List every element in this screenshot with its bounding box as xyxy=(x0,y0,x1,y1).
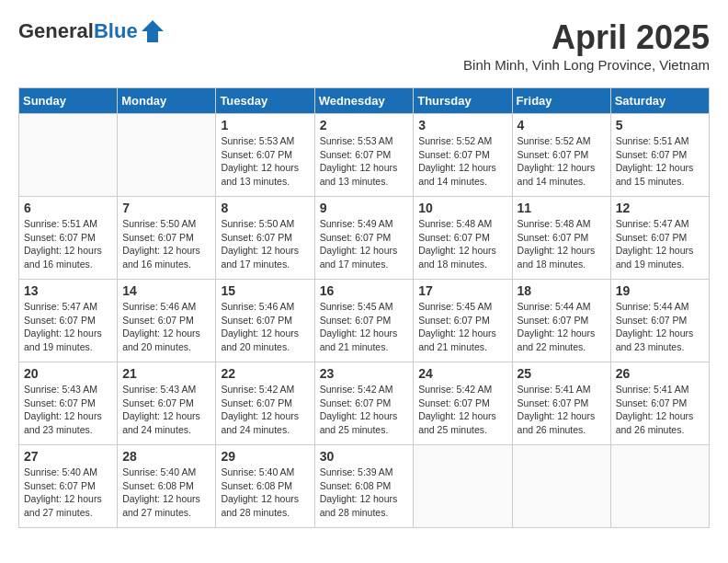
day-info: Sunrise: 5:42 AM Sunset: 6:07 PM Dayligh… xyxy=(221,383,309,437)
day-info: Sunrise: 5:52 AM Sunset: 6:07 PM Dayligh… xyxy=(418,134,506,189)
calendar-cell: 4Sunrise: 5:52 AM Sunset: 6:07 PM Daylig… xyxy=(512,114,610,197)
day-info: Sunrise: 5:46 AM Sunset: 6:07 PM Dayligh… xyxy=(221,300,309,354)
day-info: Sunrise: 5:49 AM Sunset: 6:07 PM Dayligh… xyxy=(320,217,409,271)
day-of-week-header: Sunday xyxy=(19,88,118,114)
day-number: 27 xyxy=(24,449,112,464)
day-of-week-header: Monday xyxy=(118,88,216,114)
day-number: 10 xyxy=(418,201,506,215)
calendar-cell: 14Sunrise: 5:46 AM Sunset: 6:07 PM Dayli… xyxy=(118,280,216,362)
day-info: Sunrise: 5:53 AM Sunset: 6:07 PM Dayligh… xyxy=(320,134,409,189)
calendar-week-row: 20Sunrise: 5:43 AM Sunset: 6:07 PM Dayli… xyxy=(19,362,710,445)
day-number: 29 xyxy=(221,449,309,464)
day-number: 21 xyxy=(122,366,210,381)
calendar-cell: 3Sunrise: 5:52 AM Sunset: 6:07 PM Daylig… xyxy=(414,114,512,197)
calendar-cell: 28Sunrise: 5:40 AM Sunset: 6:08 PM Dayli… xyxy=(118,445,216,528)
day-info: Sunrise: 5:51 AM Sunset: 6:07 PM Dayligh… xyxy=(616,134,704,189)
calendar-cell xyxy=(610,445,709,528)
calendar-cell: 18Sunrise: 5:44 AM Sunset: 6:07 PM Dayli… xyxy=(512,280,610,362)
day-info: Sunrise: 5:50 AM Sunset: 6:07 PM Dayligh… xyxy=(122,217,210,271)
logo: GeneralBlue xyxy=(18,18,165,44)
day-info: Sunrise: 5:41 AM Sunset: 6:07 PM Dayligh… xyxy=(518,383,606,437)
calendar-cell: 22Sunrise: 5:42 AM Sunset: 6:07 PM Dayli… xyxy=(216,362,314,445)
day-info: Sunrise: 5:46 AM Sunset: 6:07 PM Dayligh… xyxy=(122,300,210,354)
day-number: 26 xyxy=(616,366,704,381)
day-number: 19 xyxy=(616,283,704,298)
day-of-week-header: Wednesday xyxy=(314,88,414,114)
day-info: Sunrise: 5:50 AM Sunset: 6:07 PM Dayligh… xyxy=(221,217,309,271)
day-number: 6 xyxy=(24,201,112,215)
logo-blue: Blue xyxy=(94,19,138,42)
calendar-cell xyxy=(19,114,118,197)
day-info: Sunrise: 5:41 AM Sunset: 6:07 PM Dayligh… xyxy=(616,383,704,437)
day-info: Sunrise: 5:42 AM Sunset: 6:07 PM Dayligh… xyxy=(418,383,506,437)
calendar-cell: 13Sunrise: 5:47 AM Sunset: 6:07 PM Dayli… xyxy=(19,280,118,362)
calendar-cell: 25Sunrise: 5:41 AM Sunset: 6:07 PM Dayli… xyxy=(512,362,610,445)
day-info: Sunrise: 5:51 AM Sunset: 6:07 PM Dayligh… xyxy=(24,217,112,271)
day-number: 7 xyxy=(122,201,210,215)
day-number: 17 xyxy=(418,283,506,298)
calendar-cell: 11Sunrise: 5:48 AM Sunset: 6:07 PM Dayli… xyxy=(512,197,610,280)
svg-marker-0 xyxy=(142,20,164,42)
calendar-cell xyxy=(512,445,610,528)
day-info: Sunrise: 5:48 AM Sunset: 6:07 PM Dayligh… xyxy=(418,217,506,271)
day-number: 5 xyxy=(616,118,704,132)
day-number: 4 xyxy=(518,118,606,132)
calendar-cell: 20Sunrise: 5:43 AM Sunset: 6:07 PM Dayli… xyxy=(19,362,118,445)
calendar-cell: 12Sunrise: 5:47 AM Sunset: 6:07 PM Dayli… xyxy=(610,197,709,280)
calendar-cell: 29Sunrise: 5:40 AM Sunset: 6:08 PM Dayli… xyxy=(216,445,314,528)
day-number: 20 xyxy=(24,366,112,381)
day-number: 1 xyxy=(221,118,309,132)
day-number: 30 xyxy=(320,449,409,464)
calendar-cell: 9Sunrise: 5:49 AM Sunset: 6:07 PM Daylig… xyxy=(314,197,414,280)
calendar-cell: 30Sunrise: 5:39 AM Sunset: 6:08 PM Dayli… xyxy=(314,445,414,528)
calendar-week-row: 6Sunrise: 5:51 AM Sunset: 6:07 PM Daylig… xyxy=(19,197,710,280)
day-info: Sunrise: 5:42 AM Sunset: 6:07 PM Dayligh… xyxy=(320,383,409,437)
calendar-cell: 27Sunrise: 5:40 AM Sunset: 6:07 PM Dayli… xyxy=(19,445,118,528)
calendar-table: SundayMondayTuesdayWednesdayThursdayFrid… xyxy=(18,87,710,528)
calendar-cell: 8Sunrise: 5:50 AM Sunset: 6:07 PM Daylig… xyxy=(216,197,314,280)
day-info: Sunrise: 5:43 AM Sunset: 6:07 PM Dayligh… xyxy=(24,383,112,437)
calendar-cell: 16Sunrise: 5:45 AM Sunset: 6:07 PM Dayli… xyxy=(314,280,414,362)
calendar-week-row: 13Sunrise: 5:47 AM Sunset: 6:07 PM Dayli… xyxy=(19,280,710,362)
day-info: Sunrise: 5:39 AM Sunset: 6:08 PM Dayligh… xyxy=(320,465,409,520)
calendar-cell: 19Sunrise: 5:44 AM Sunset: 6:07 PM Dayli… xyxy=(610,280,709,362)
logo-general: General xyxy=(18,19,94,42)
day-info: Sunrise: 5:40 AM Sunset: 6:07 PM Dayligh… xyxy=(24,465,112,520)
calendar-header-row: SundayMondayTuesdayWednesdayThursdayFrid… xyxy=(19,88,710,114)
day-of-week-header: Thursday xyxy=(414,88,512,114)
calendar-cell: 17Sunrise: 5:45 AM Sunset: 6:07 PM Dayli… xyxy=(414,280,512,362)
day-number: 2 xyxy=(320,118,409,132)
calendar-cell: 10Sunrise: 5:48 AM Sunset: 6:07 PM Dayli… xyxy=(414,197,512,280)
day-number: 13 xyxy=(24,283,112,298)
day-number: 15 xyxy=(221,283,309,298)
day-info: Sunrise: 5:40 AM Sunset: 6:08 PM Dayligh… xyxy=(122,465,210,520)
day-info: Sunrise: 5:45 AM Sunset: 6:07 PM Dayligh… xyxy=(320,300,409,354)
day-info: Sunrise: 5:43 AM Sunset: 6:07 PM Dayligh… xyxy=(122,383,210,437)
calendar-cell: 6Sunrise: 5:51 AM Sunset: 6:07 PM Daylig… xyxy=(19,197,118,280)
day-number: 12 xyxy=(616,201,704,215)
day-info: Sunrise: 5:48 AM Sunset: 6:07 PM Dayligh… xyxy=(518,217,606,271)
day-info: Sunrise: 5:44 AM Sunset: 6:07 PM Dayligh… xyxy=(518,300,606,354)
day-number: 3 xyxy=(418,118,506,132)
day-number: 18 xyxy=(518,283,606,298)
calendar-cell: 24Sunrise: 5:42 AM Sunset: 6:07 PM Dayli… xyxy=(414,362,512,445)
month-title: April 2025 xyxy=(463,18,710,57)
day-of-week-header: Saturday xyxy=(610,88,709,114)
day-number: 9 xyxy=(320,201,409,215)
day-number: 23 xyxy=(320,366,409,381)
calendar-week-row: 1Sunrise: 5:53 AM Sunset: 6:07 PM Daylig… xyxy=(19,114,710,197)
calendar-cell: 1Sunrise: 5:53 AM Sunset: 6:07 PM Daylig… xyxy=(216,114,314,197)
day-number: 22 xyxy=(221,366,309,381)
calendar-cell: 15Sunrise: 5:46 AM Sunset: 6:07 PM Dayli… xyxy=(216,280,314,362)
location-title: Binh Minh, Vinh Long Province, Vietnam xyxy=(463,57,710,73)
calendar-cell xyxy=(118,114,216,197)
day-of-week-header: Friday xyxy=(512,88,610,114)
calendar-cell: 21Sunrise: 5:43 AM Sunset: 6:07 PM Dayli… xyxy=(118,362,216,445)
day-info: Sunrise: 5:47 AM Sunset: 6:07 PM Dayligh… xyxy=(616,217,704,271)
title-block: April 2025 Binh Minh, Vinh Long Province… xyxy=(463,18,710,73)
calendar-cell: 23Sunrise: 5:42 AM Sunset: 6:07 PM Dayli… xyxy=(314,362,414,445)
calendar-cell: 26Sunrise: 5:41 AM Sunset: 6:07 PM Dayli… xyxy=(610,362,709,445)
day-info: Sunrise: 5:45 AM Sunset: 6:07 PM Dayligh… xyxy=(418,300,506,354)
day-info: Sunrise: 5:44 AM Sunset: 6:07 PM Dayligh… xyxy=(616,300,704,354)
calendar-cell: 2Sunrise: 5:53 AM Sunset: 6:07 PM Daylig… xyxy=(314,114,414,197)
